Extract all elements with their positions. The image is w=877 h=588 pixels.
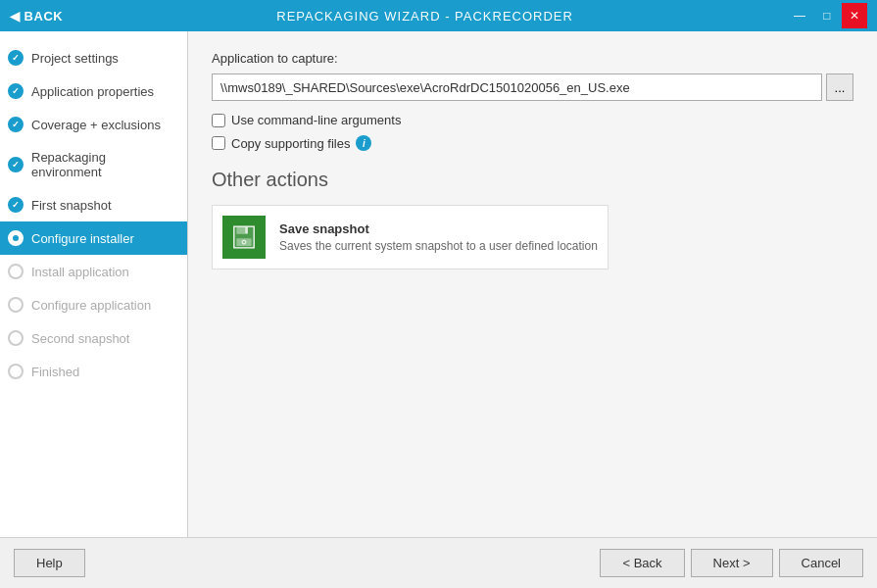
- sidebar-dot: [8, 364, 24, 379]
- sidebar-dot: [8, 157, 24, 172]
- back-footer-button[interactable]: < Back: [600, 549, 684, 577]
- content-area: Application to capture: ... Use command-…: [188, 31, 877, 537]
- title-bar-left: ◀ BACK: [10, 9, 63, 24]
- cmdline-label: Use command-line arguments: [231, 113, 401, 127]
- main-layout: Project settings Application properties …: [0, 31, 877, 537]
- help-button[interactable]: Help: [14, 549, 85, 577]
- sidebar-item-repackaging-environment[interactable]: Repackaging environment: [0, 141, 187, 188]
- sidebar-item-install-application: Install application: [0, 255, 187, 288]
- sidebar-label: Coverage + exclusions: [31, 118, 161, 132]
- application-capture-label: Application to capture:: [212, 51, 853, 66]
- svg-rect-3: [236, 238, 251, 246]
- save-snapshot-title: Save snapshot: [279, 221, 598, 236]
- footer-left: Help: [14, 549, 85, 577]
- sidebar-dot: [8, 230, 24, 246]
- title-bar-controls: — □ ✕: [787, 3, 867, 28]
- sidebar-dot: [8, 83, 24, 99]
- sidebar-label: Application properties: [31, 84, 154, 99]
- cmdline-checkbox-row: Use command-line arguments: [212, 113, 853, 127]
- cmdline-checkbox[interactable]: [212, 114, 225, 127]
- cancel-button[interactable]: Cancel: [779, 549, 863, 577]
- sidebar-dot: [8, 117, 24, 132]
- sidebar-item-configure-installer[interactable]: Configure installer: [0, 221, 187, 255]
- footer-right: < Back Next > Cancel: [600, 549, 863, 577]
- maximize-button[interactable]: □: [814, 3, 840, 28]
- sidebar-dot: [8, 197, 24, 213]
- title-bar-title: REPACKAGING WIZARD - PACKRECORDER: [276, 9, 573, 24]
- info-icon[interactable]: i: [356, 135, 371, 151]
- save-snapshot-card[interactable]: Save snapshot Saves the current system s…: [212, 205, 609, 270]
- footer: Help < Back Next > Cancel: [0, 537, 877, 588]
- sidebar-item-coverage-exclusions[interactable]: Coverage + exclusions: [0, 108, 187, 141]
- sidebar-label: Configure installer: [31, 231, 134, 246]
- copy-files-label: Copy supporting files: [231, 136, 350, 151]
- back-button[interactable]: ◀ BACK: [10, 9, 63, 24]
- copy-files-checkbox-row: Copy supporting files i: [212, 135, 853, 151]
- browse-button[interactable]: ...: [826, 74, 853, 101]
- sidebar-item-project-settings[interactable]: Project settings: [0, 41, 187, 74]
- save-snapshot-text: Save snapshot Saves the current system s…: [279, 221, 598, 253]
- sidebar-label: First snapshot: [31, 198, 112, 213]
- sidebar-dot: [8, 264, 24, 279]
- sidebar-label: Second snapshot: [31, 331, 129, 346]
- title-bar: ◀ BACK REPACKAGING WIZARD - PACKRECORDER…: [0, 0, 877, 31]
- save-snapshot-desc: Saves the current system snapshot to a u…: [279, 239, 598, 253]
- other-actions-title: Other actions: [212, 169, 853, 191]
- sidebar-item-application-properties[interactable]: Application properties: [0, 74, 187, 108]
- close-button[interactable]: ✕: [842, 3, 867, 28]
- sidebar-label: Repackaging environment: [31, 150, 175, 179]
- file-path-input[interactable]: [212, 74, 822, 101]
- sidebar-label: Install application: [31, 265, 129, 279]
- sidebar-dot: [8, 297, 24, 313]
- sidebar-dot: [8, 50, 24, 66]
- sidebar-item-configure-application: Configure application: [0, 288, 187, 321]
- sidebar-dot: [8, 330, 24, 346]
- sidebar: Project settings Application properties …: [0, 31, 188, 537]
- copy-files-checkbox[interactable]: [212, 136, 225, 150]
- sidebar-label: Project settings: [31, 51, 119, 66]
- save-snapshot-icon: [222, 216, 266, 259]
- sidebar-label: Finished: [31, 365, 79, 379]
- sidebar-label: Configure application: [31, 298, 151, 313]
- svg-rect-2: [245, 227, 248, 233]
- sidebar-item-first-snapshot[interactable]: First snapshot: [0, 188, 187, 221]
- minimize-button[interactable]: —: [787, 3, 812, 28]
- file-input-row: ...: [212, 74, 853, 101]
- sidebar-item-second-snapshot: Second snapshot: [0, 321, 187, 355]
- next-button[interactable]: Next >: [691, 549, 773, 577]
- sidebar-item-finished: Finished: [0, 355, 187, 388]
